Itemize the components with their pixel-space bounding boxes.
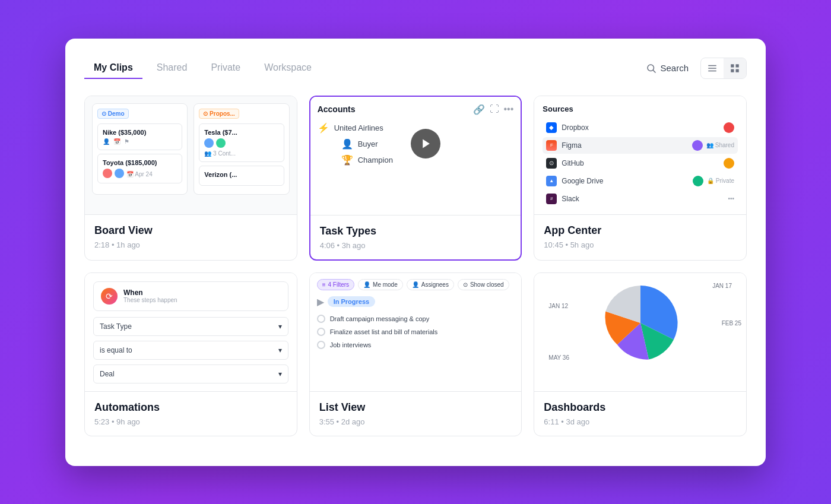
pie-label-jan12: JAN 12 — [548, 303, 568, 309]
svg-rect-4 — [708, 70, 716, 71]
search-label: Search — [660, 63, 689, 73]
dropbox-label: Dropbox — [562, 123, 588, 132]
clip-card-automations[interactable]: ⟳ When These steps happen Task Type ▾ is… — [84, 272, 297, 436]
board-view-preview: ⊙ Demo Nike ($35,000) 👤 📅 ⚑ Toyota ($185 — [85, 96, 297, 202]
list-item-label-2: Job interviews — [330, 341, 372, 348]
tab-shared[interactable]: Shared — [147, 58, 197, 79]
board-col-proposal: ⊙ Propos... Tesla ($7... 👥 3 Cont... Ver… — [194, 103, 289, 195]
clip-title-list-view: List View — [319, 401, 512, 414]
svg-line-1 — [654, 70, 656, 72]
task-item-united-airlines: ⚡ United Airlines — [318, 122, 383, 134]
clip-info-dashboards: Dashboards 6:11 • 3d ago — [534, 392, 746, 436]
auto-dropdown-equal[interactable]: is equal to ▾ — [93, 341, 288, 360]
svg-marker-9 — [423, 140, 430, 148]
avatar-3 — [204, 138, 214, 148]
svg-rect-2 — [708, 65, 716, 66]
buyer-icon: 👤 — [341, 138, 353, 150]
in-progress-badge: In Progress — [328, 296, 376, 307]
play-button[interactable] — [411, 129, 440, 159]
board-col-demo: ⊙ Demo Nike ($35,000) 👤 📅 ⚑ Toyota ($185 — [92, 103, 188, 195]
slack-icon: # — [546, 194, 557, 204]
source-row-figma: F Figma 👥 Shared — [543, 137, 738, 154]
tab-private[interactable]: Private — [201, 58, 250, 79]
list-item-label-1: Finalize asset list and bill of material… — [330, 328, 438, 335]
clip-preview-app-center: Sources ◆ Dropbox F Figma — [534, 96, 746, 215]
clip-preview-automations: ⟳ When These steps happen Task Type ▾ is… — [85, 273, 297, 392]
source-row-figma-left: F Figma — [546, 140, 581, 151]
filter-chip-filters[interactable]: ≡ 4 Filters — [317, 279, 354, 290]
board-card-nike: Nike ($35,000) 👤 📅 ⚑ — [97, 123, 182, 150]
list-filters: ≡ 4 Filters 👤 Me mode 👤 Assignees ⊙ — [317, 279, 515, 290]
chevron-down-icon-2: ▾ — [278, 346, 282, 354]
board-card-nike-icons: 👤 📅 ⚑ — [103, 138, 177, 145]
task-circle-0 — [317, 315, 325, 323]
clip-title-dashboards: Dashboards — [544, 401, 737, 414]
tab-my-clips[interactable]: My Clips — [84, 58, 142, 79]
source-row-github-left: ⊙ GitHub — [546, 158, 583, 169]
clip-card-app-center[interactable]: Sources ◆ Dropbox F Figma — [534, 96, 747, 261]
source-row-figma-right: 👥 Shared — [692, 140, 734, 151]
pie-label-jan17: JAN 17 — [712, 283, 732, 289]
person-icon: 👤 — [103, 138, 110, 145]
auto-dropdown-task-type[interactable]: Task Type ▾ — [93, 317, 288, 336]
clip-meta-board-view: 2:18 • 1h ago — [94, 240, 287, 249]
board-card-verizon-title: Verizon (... — [204, 171, 278, 178]
tabs-container: My Clips Shared Private Workspace — [84, 58, 321, 79]
search-button[interactable]: Search — [639, 59, 696, 77]
tab-workspace[interactable]: Workspace — [255, 58, 321, 79]
clip-meta-dashboards: 6:11 • 3d ago — [544, 417, 737, 426]
list-view-button[interactable] — [701, 58, 724, 78]
board-card-toyota: Toyota ($185,000) 📅 Apr 24 — [97, 154, 182, 183]
filter-chip-show-closed[interactable]: ⊙ Show closed — [458, 279, 509, 290]
slack-more: ••• — [728, 195, 734, 202]
expand-icon[interactable]: ⛶ — [490, 104, 499, 115]
proposal-badge: ⊙ Propos... — [199, 109, 239, 119]
link-icon[interactable]: 🔗 — [473, 104, 485, 115]
auto-field-1-label: Task Type — [100, 322, 132, 331]
header: My Clips Shared Private Workspace Search — [84, 58, 747, 79]
header-actions: Search — [639, 58, 747, 79]
champion-icon: 🏆 — [341, 154, 353, 166]
grid-view-button[interactable] — [724, 58, 746, 78]
buyer-label: Buyer — [358, 140, 378, 148]
clip-card-list-view[interactable]: ≡ 4 Filters 👤 Me mode 👤 Assignees ⊙ — [309, 272, 522, 436]
board-card-tesla-title: Tesla ($7... — [204, 129, 278, 136]
board-card-verizon: Verizon (... — [199, 166, 284, 186]
board-card-tesla: Tesla ($7... 👥 3 Cont... — [199, 123, 284, 162]
clip-card-task-types[interactable]: Accounts 🔗 ⛶ ••• ⚡ United Airlines — [309, 96, 522, 261]
source-row-github-right — [724, 158, 734, 169]
dropbox-avatar — [724, 122, 734, 133]
figma-shared-badge: 👥 Shared — [706, 142, 734, 148]
task-preview-icons: 🔗 ⛶ ••• — [473, 104, 514, 115]
source-row-slack-left: # Slack — [546, 194, 579, 204]
svg-rect-6 — [736, 64, 739, 67]
auto-field-2-label: is equal to — [100, 346, 132, 354]
more-icon[interactable]: ••• — [504, 104, 514, 115]
svg-rect-3 — [708, 68, 716, 69]
board-col-header-demo: ⊙ Demo — [97, 109, 182, 119]
chevron-down-icon-3: ▾ — [278, 370, 282, 378]
filter-chip-me-mode[interactable]: 👤 Me mode — [358, 279, 403, 290]
github-avatar — [724, 158, 734, 169]
gdrive-icon: ▲ — [546, 176, 557, 186]
auto-dropdown-deal[interactable]: Deal ▾ — [93, 364, 288, 383]
me-label: Me mode — [373, 281, 398, 288]
clip-preview-dashboards: JAN 17 FEB 25 MAY 36 JAN 12 — [534, 273, 746, 392]
clip-card-dashboards[interactable]: JAN 17 FEB 25 MAY 36 JAN 12 — [534, 272, 747, 436]
pie-chart — [599, 281, 682, 364]
calendar-icon: 📅 — [113, 138, 120, 145]
auto-when-label: When — [123, 289, 177, 297]
clip-title-task-types: Task Types — [320, 225, 512, 237]
github-label: GitHub — [562, 159, 583, 167]
filter-chip-assignees[interactable]: 👤 Assignees — [407, 279, 454, 290]
source-row-dropbox-left: ◆ Dropbox — [546, 122, 588, 133]
clip-meta-automations: 5:23 • 9h ago — [94, 417, 287, 426]
assignee-icon: 👤 — [412, 281, 419, 288]
champion-label: Champion — [358, 156, 393, 164]
source-row-gdrive-right: 🔒 Private — [693, 176, 734, 186]
list-view-preview: ≡ 4 Filters 👤 Me mode 👤 Assignees ⊙ — [310, 273, 522, 357]
clip-card-board-view[interactable]: ⊙ Demo Nike ($35,000) 👤 📅 ⚑ Toyota ($185 — [84, 96, 297, 261]
slack-label: Slack — [562, 195, 579, 203]
clip-info-app-center: App Center 10:45 • 5h ago — [534, 215, 746, 259]
github-icon: ⊙ — [546, 158, 557, 169]
